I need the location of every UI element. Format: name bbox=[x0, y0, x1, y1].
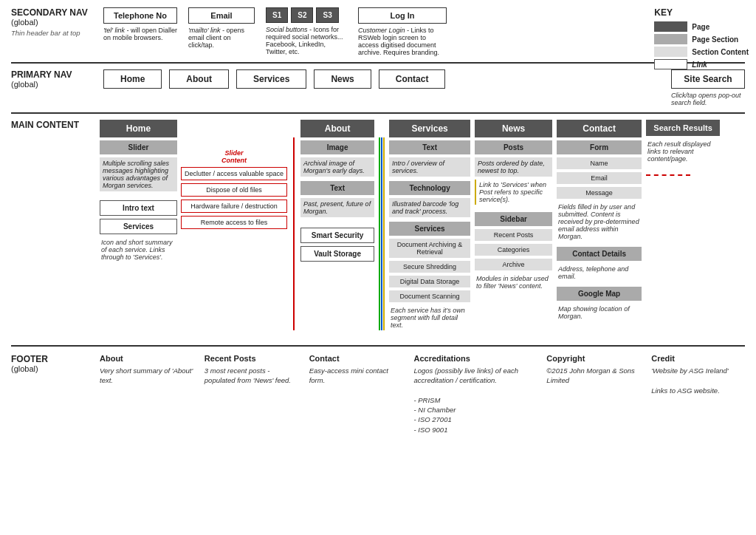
telephone-nav-item: Telephone No 'tel' link - will open Dial… bbox=[103, 7, 177, 41]
secondary-nav-title: SECONDARY NAV bbox=[11, 7, 92, 18]
footer-about-col: About Very short summary of 'About' text… bbox=[100, 354, 193, 435]
about-text-section: Text bbox=[300, 181, 374, 195]
site-search-group: Site Search Click/tap opens pop-out sear… bbox=[671, 69, 745, 106]
news-posts-desc: Posts ordered by date, newest to top. bbox=[475, 157, 552, 177]
footer-accreditations-text: Logos (possibly live links) of each accr… bbox=[413, 366, 535, 435]
services-column: Services Text Intro / overview of servic… bbox=[389, 120, 470, 330]
contact-email: Email bbox=[557, 172, 642, 184]
nav-about[interactable]: About bbox=[169, 69, 229, 89]
slider-item-3: Hardware failure / destruction bbox=[181, 200, 287, 213]
telephone-box[interactable]: Telephone No bbox=[103, 7, 177, 24]
services-text-section: Text bbox=[389, 140, 470, 154]
slider-item-1: Declutter / access valuable space bbox=[181, 167, 287, 180]
slider-section-box: Slider bbox=[100, 140, 177, 154]
search-page-box: Search Results bbox=[646, 120, 720, 136]
services-content-desc: Each service has it's own segment with f… bbox=[389, 305, 470, 330]
login-box[interactable]: Log In bbox=[358, 7, 447, 24]
s1-button[interactable]: S1 bbox=[266, 7, 288, 23]
footer-contact-text: Easy-access mini contact form. bbox=[309, 366, 403, 386]
email-nav-item: Email 'mailto' link - opens email client… bbox=[188, 7, 255, 49]
search-return-arrow bbox=[646, 174, 690, 176]
intro-text-link[interactable]: Intro text bbox=[100, 200, 177, 216]
contact-column: Contact Form Name Email Message Fields f… bbox=[557, 120, 642, 321]
footer-label: FOOTER (global) bbox=[11, 354, 92, 435]
services-shred: Secure Shredding bbox=[389, 261, 470, 273]
services-page-box: Services bbox=[389, 120, 470, 137]
footer-sublabel: (global) bbox=[11, 364, 92, 373]
footer-recent-posts-col: Recent Posts 3 most recent posts - popul… bbox=[205, 354, 298, 435]
search-results-desc: Each result displayed links to relevant … bbox=[646, 139, 720, 164]
slider-item-4: Remote access to files bbox=[181, 216, 287, 229]
news-sidebar-desc: Modules in sidebar used to filter 'News'… bbox=[475, 273, 552, 291]
contact-form-section: Form bbox=[557, 140, 642, 154]
multi-connector bbox=[379, 137, 385, 330]
main-content-label: MAIN CONTENT bbox=[11, 120, 92, 130]
about-column: About Image Archival image of Morgan's e… bbox=[300, 120, 374, 262]
slider-content-col: SliderContent Declutter / access valuabl… bbox=[181, 149, 287, 229]
telephone-desc: 'tel' link - will open Dialler on mobile… bbox=[103, 27, 177, 41]
login-nav-item: Log In Customer Login - Links to RSWeb l… bbox=[358, 7, 447, 56]
nav-contact[interactable]: Contact bbox=[379, 69, 446, 89]
footer-credit-text: 'Website by ASG Ireland' Links to ASG we… bbox=[651, 366, 745, 395]
key-link-label: Link bbox=[692, 61, 707, 69]
about-page-box: About bbox=[300, 120, 374, 137]
footer-copyright-col: Copyright ©2015 John Morgan & Sons Limit… bbox=[546, 354, 640, 435]
key-page-label: Page bbox=[692, 23, 709, 31]
contact-map-section: Google Map bbox=[557, 287, 642, 301]
login-desc: Customer Login - Links to RSWeb login sc… bbox=[358, 27, 447, 56]
home-column: Home Slider Multiple scrolling sales mes… bbox=[100, 120, 287, 262]
news-column: News Posts Posts ordered by date, newest… bbox=[475, 120, 552, 291]
contact-page-box: Contact bbox=[557, 120, 642, 137]
footer-copyright-text: ©2015 John Morgan & Sons Limited bbox=[546, 366, 640, 386]
footer-section: FOOTER (global) About Very short summary… bbox=[11, 345, 745, 435]
contact-map-desc: Map showing location of Morgan. bbox=[557, 304, 642, 321]
news-categories: Categories bbox=[475, 244, 552, 256]
email-desc: 'mailto' link - opens email client on cl… bbox=[188, 27, 255, 49]
home-page-box: Home bbox=[100, 120, 177, 137]
slider-content-label: SliderContent bbox=[181, 149, 287, 164]
nav-home[interactable]: Home bbox=[103, 69, 162, 89]
services-tech-section: Technology bbox=[389, 181, 470, 195]
red-connector bbox=[293, 137, 295, 330]
site-search-desc: Click/tap opens pop-out search field. bbox=[671, 92, 745, 106]
primary-nav-items: Home About Services News Contact bbox=[103, 69, 660, 89]
services-scanning: Document Scanning bbox=[389, 290, 470, 302]
footer-title: FOOTER bbox=[11, 354, 92, 364]
news-link-note: Link to 'Services' when Post refers to s… bbox=[475, 180, 552, 205]
contact-form-desc: Fields filled in by user and submitted. … bbox=[557, 202, 642, 242]
footer-copyright-title: Copyright bbox=[546, 354, 640, 363]
services-link[interactable]: Services bbox=[100, 219, 177, 234]
about-vault-storage-link[interactable]: Vault Storage bbox=[300, 246, 374, 262]
s2-button[interactable]: S2 bbox=[291, 7, 313, 23]
contact-name: Name bbox=[557, 157, 642, 169]
site-search-box[interactable]: Site Search bbox=[671, 69, 745, 89]
s3-button[interactable]: S3 bbox=[316, 7, 338, 23]
email-box[interactable]: Email bbox=[188, 7, 255, 24]
secondary-nav-label: SECONDARY NAV (global) Thin header bar a… bbox=[11, 7, 92, 37]
key-title: KEY bbox=[654, 7, 749, 18]
news-archive: Archive bbox=[475, 259, 552, 270]
footer-columns: About Very short summary of 'About' text… bbox=[100, 354, 745, 435]
secondary-nav-desc: Thin header bar at top bbox=[11, 29, 92, 37]
nav-news[interactable]: News bbox=[314, 69, 371, 89]
secondary-nav-section: SECONDARY NAV (global) Thin header bar a… bbox=[11, 7, 745, 64]
news-recent-posts: Recent Posts bbox=[475, 229, 552, 241]
about-smart-security-link[interactable]: Smart Security bbox=[300, 228, 374, 243]
contact-message: Message bbox=[557, 187, 642, 199]
primary-nav-title: PRIMARY NAV bbox=[11, 69, 92, 80]
contact-details-desc: Address, telephone and email. bbox=[557, 264, 642, 282]
key-section-label: Page Section bbox=[692, 35, 738, 44]
social-desc: Social buttons - Icons for required soci… bbox=[266, 26, 347, 55]
footer-about-text: Very short summary of 'About' text. bbox=[100, 366, 193, 386]
key-item-section: Page Section bbox=[654, 34, 749, 44]
nav-services[interactable]: Services bbox=[236, 69, 306, 89]
news-page-box: News bbox=[475, 120, 552, 137]
services-link-desc: Icon and short summary of each service. … bbox=[100, 237, 177, 262]
home-page-col: Home Slider Multiple scrolling sales mes… bbox=[100, 120, 177, 262]
footer-about-title: About bbox=[100, 354, 193, 363]
primary-nav-sublabel: (global) bbox=[11, 80, 92, 89]
key-item-link: Link bbox=[654, 59, 749, 69]
footer-contact-title: Contact bbox=[309, 354, 403, 363]
search-column: Search Results Each result displayed lin… bbox=[646, 120, 720, 176]
key-item-content: Section Content bbox=[654, 47, 749, 57]
